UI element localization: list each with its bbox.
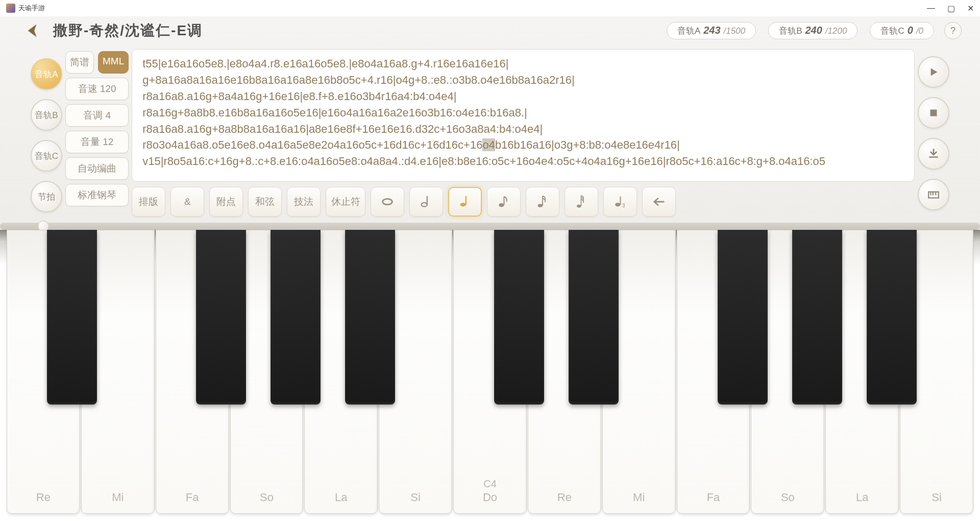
backspace-button[interactable] <box>642 187 676 217</box>
rest-button[interactable]: 休止符 <box>326 187 365 217</box>
app-icon <box>6 4 15 13</box>
progress-bar[interactable] <box>0 223 980 230</box>
tab-track-a[interactable]: 音轨A <box>31 58 62 90</box>
key-label: Mi <box>603 491 675 504</box>
black-key[interactable] <box>718 230 768 405</box>
track-pill-b[interactable]: 音轨B 240/1200 <box>768 22 857 39</box>
key-label: La <box>826 491 898 504</box>
close-icon[interactable]: ✕ <box>967 4 974 13</box>
thirtysecond-note-icon[interactable] <box>565 187 598 217</box>
key-label: Mi <box>82 491 154 504</box>
instrument-button[interactable]: 标准钢琴 <box>65 184 129 206</box>
minimize-icon[interactable]: — <box>927 4 935 13</box>
window-titlebar: 天谕手游 — ▢ ✕ <box>0 0 980 16</box>
notation-jianpu-button[interactable]: 简谱 <box>65 51 94 74</box>
whole-note-icon[interactable] <box>371 187 404 217</box>
quarter-note-icon[interactable] <box>448 187 482 217</box>
layout-button[interactable]: 排版 <box>132 187 165 217</box>
key-label: Re <box>528 491 601 504</box>
svg-point-11 <box>615 203 620 207</box>
tab-tempo[interactable]: 节拍 <box>31 181 62 212</box>
tempo-button[interactable]: 音速 120 <box>65 78 129 100</box>
svg-point-5 <box>499 203 504 207</box>
svg-point-1 <box>422 203 427 207</box>
download-button[interactable] <box>918 138 949 170</box>
track-label: 音轨B <box>779 25 802 37</box>
header: 撒野-奇然/沈谧仁-E调 音轨A 243/1500 音轨B 240/1200 音… <box>0 16 980 45</box>
svg-rect-14 <box>930 110 937 116</box>
track-label: 音轨A <box>677 25 700 37</box>
keyboard-toggle-button[interactable] <box>918 179 949 210</box>
track-label: 音轨C <box>880 25 904 37</box>
tab-track-c[interactable]: 音轨C <box>31 140 62 172</box>
key-label: So <box>231 491 303 504</box>
svg-point-3 <box>460 203 466 207</box>
black-key[interactable] <box>569 230 619 405</box>
half-note-icon[interactable] <box>409 187 443 217</box>
side-tabs: 音轨A 音轨B 音轨C 节拍 <box>31 49 62 217</box>
sixteenth-note-icon[interactable] <box>526 187 559 217</box>
svg-point-7 <box>538 204 543 207</box>
black-key[interactable] <box>271 230 321 405</box>
svg-point-9 <box>577 204 581 207</box>
key-label: Si <box>900 491 973 504</box>
technique-button[interactable]: 技法 <box>287 187 321 217</box>
svg-text:3: 3 <box>622 203 625 208</box>
track-count: 243 <box>703 25 720 36</box>
auto-compose-button[interactable]: 自动编曲 <box>65 157 129 180</box>
track-max: /0 <box>916 26 923 36</box>
black-key[interactable] <box>867 230 917 405</box>
mml-editor[interactable]: t55|e16a16o5e8.|e8o4a4.r8.e16a16o5e8.|e8… <box>132 49 915 182</box>
black-key[interactable] <box>792 230 843 405</box>
key-label: Re <box>7 491 80 504</box>
track-count: 0 <box>908 25 913 36</box>
triplet-note-icon[interactable]: 3 <box>603 187 637 217</box>
volume-button[interactable]: 音量 12 <box>65 131 129 153</box>
key-label: La <box>305 491 377 504</box>
dot-button[interactable]: 附点 <box>209 187 243 217</box>
key-label: So <box>751 491 824 504</box>
note-toolbar: 排版 & 附点 和弦 技法 休止符 3 <box>132 187 915 217</box>
track-pill-c[interactable]: 音轨C 0/0 <box>870 22 934 39</box>
tab-track-b[interactable]: 音轨B <box>31 99 62 131</box>
parameter-panel: 简谱 MML 音速 120 音调 4 音量 12 自动编曲 标准钢琴 <box>65 49 129 217</box>
stop-button[interactable] <box>918 97 949 129</box>
play-button[interactable] <box>918 56 949 88</box>
svg-point-0 <box>383 199 393 204</box>
back-button[interactable] <box>23 21 43 40</box>
track-max: /1200 <box>825 26 847 36</box>
track-count: 240 <box>805 25 822 36</box>
key-label: Fa <box>677 491 750 504</box>
track-pill-a[interactable]: 音轨A 243/1500 <box>667 22 756 39</box>
pitch-button[interactable]: 音调 4 <box>65 104 129 127</box>
chord-button[interactable]: 和弦 <box>248 187 282 217</box>
help-button[interactable]: ? <box>944 22 962 39</box>
track-max: /1500 <box>724 26 746 36</box>
black-key[interactable] <box>345 230 396 405</box>
song-title: 撒野-奇然/沈谧仁-E调 <box>53 21 656 40</box>
eighth-note-icon[interactable] <box>487 187 521 217</box>
key-label: Fa <box>156 491 229 504</box>
playback-controls <box>918 49 949 217</box>
maximize-icon[interactable]: ▢ <box>947 4 955 13</box>
notation-mml-button[interactable]: MML <box>98 51 129 74</box>
ampersand-button[interactable]: & <box>170 187 204 217</box>
window-title: 天谕手游 <box>18 4 45 13</box>
key-label: Si <box>379 491 452 504</box>
black-key[interactable] <box>47 230 97 405</box>
key-label: Do <box>454 491 526 504</box>
piano-keyboard: ReMiFaSoLaSiDoC4ReMiFaSoLaSi <box>0 230 980 521</box>
c4-label: C4 <box>454 478 526 490</box>
black-key[interactable] <box>196 230 247 405</box>
black-key[interactable] <box>494 230 545 405</box>
